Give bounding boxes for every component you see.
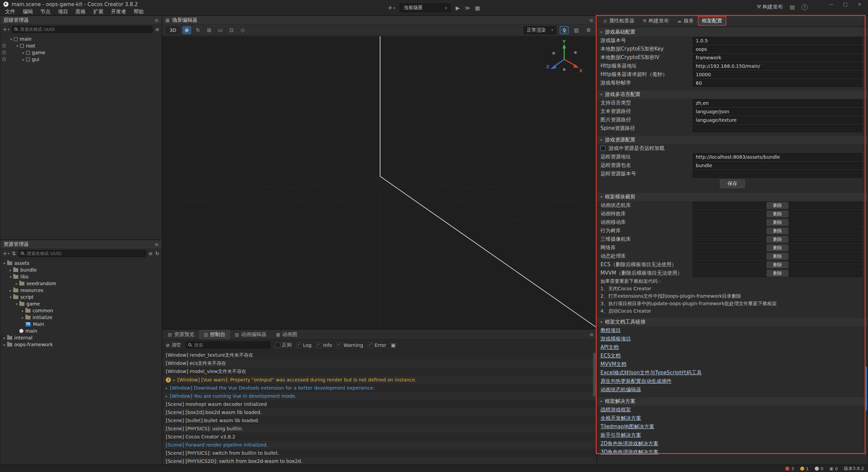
console-log-row[interactable]: ! ▸ [Window] You are running Vue in deve…	[162, 392, 596, 400]
lock-icon[interactable]	[2, 59, 5, 61]
menu-item[interactable]: 开发者	[107, 8, 130, 16]
scene-light-toggle[interactable]	[560, 26, 569, 34]
inspector-scrollbar[interactable]	[865, 367, 867, 411]
hierarchy-node-row[interactable]: gui	[0, 56, 162, 63]
gear-icon[interactable]: ⚙	[584, 26, 593, 34]
lock-icon[interactable]	[2, 45, 5, 47]
expand-arrow-icon[interactable]	[8, 295, 13, 299]
axis-gizmo[interactable]: Y X Z	[546, 40, 583, 77]
collapse-logs-icon[interactable]: ▣	[391, 342, 396, 348]
console-log-row[interactable]: ! ▸ [Scene] [PHYSICS]: using builtin.	[162, 425, 596, 433]
checkbox-icon[interactable]	[368, 342, 373, 348]
doc-link[interactable]: MVVM文档	[600, 361, 626, 368]
console-log-row[interactable]: ! ▸ [Window] render_texture文件夹不存在	[162, 351, 596, 359]
hierarchy-search-input[interactable]	[12, 26, 153, 33]
expand-arrow-icon[interactable]	[8, 275, 13, 279]
error-count[interactable]: 3	[785, 466, 794, 471]
delete-button[interactable]: 删除	[767, 270, 788, 277]
info-count[interactable]: 0	[815, 466, 823, 471]
doc-link[interactable]: 全栈开发解决方案	[600, 415, 641, 421]
close-button[interactable]: ×	[852, 0, 867, 8]
panel-menu-icon[interactable]: ≡	[589, 332, 594, 338]
build-publish-button[interactable]: ⚒构建发布	[756, 4, 783, 10]
expand-arrow-icon[interactable]	[8, 289, 13, 292]
expand-arrow-icon[interactable]: ▸	[166, 386, 167, 390]
delete-button[interactable]: 删除	[767, 202, 788, 209]
filter-icon[interactable]: ≡	[149, 251, 153, 257]
tab-services[interactable]: ☁服务	[673, 16, 698, 26]
console-log-row[interactable]: ! ▸ [Window] [Vue warn]: Property "onInp…	[162, 376, 596, 384]
rect-tool-icon[interactable]: ▭	[216, 26, 225, 34]
hierarchy-node-row[interactable]: root	[0, 42, 162, 49]
lock-icon[interactable]	[2, 52, 5, 54]
expand-arrow-icon[interactable]	[20, 316, 25, 319]
console-log-row[interactable]: ! ▸ [Scene] [bullet]:bullet wasm lib loa…	[162, 416, 596, 425]
gizmo-space-icon[interactable]: ◇	[238, 26, 247, 34]
expand-arrow-icon[interactable]	[14, 282, 19, 286]
expand-arrow-icon[interactable]	[21, 51, 26, 55]
tab-animation-graph[interactable]: ▦动画图	[271, 330, 302, 339]
menu-item[interactable]: 编辑	[19, 8, 37, 16]
console-log-row[interactable]: ! ▸ [Scene] meshopt wasm decoder initial…	[162, 400, 596, 408]
doc-link[interactable]: ECS文档	[600, 353, 620, 359]
console-log-row[interactable]: ! ▸ [Window] Download the Vue Devtools e…	[162, 384, 596, 392]
doc-link[interactable]: Excel格式转Json文件与TypeScript代码工具	[600, 370, 702, 376]
doc-link[interactable]: 原生包热更新配置自动生成插件	[600, 378, 672, 385]
expand-arrow-icon[interactable]	[14, 302, 19, 306]
scale-tool-icon[interactable]: ⊞	[205, 26, 214, 34]
console-filter[interactable]: Warning	[337, 342, 363, 348]
hierarchy-node-row[interactable]: game	[0, 49, 162, 56]
expand-arrow-icon[interactable]	[8, 37, 14, 41]
modules-button[interactable]: ▦	[475, 5, 480, 11]
section-module-trim[interactable]: ▾框架模块裁剪	[597, 192, 868, 201]
menu-item[interactable]: 帮助	[130, 8, 147, 16]
field-input[interactable]: http://192.168.0.150/main/	[693, 62, 862, 70]
delete-button[interactable]: 删除	[767, 253, 788, 260]
scene-viewport[interactable]: Y X Z	[162, 36, 596, 329]
rotate-tool-icon[interactable]: ↻	[194, 26, 202, 34]
console-search-input[interactable]	[186, 341, 271, 349]
asset-node-row[interactable]: internal	[0, 334, 162, 341]
field-input[interactable]: language/json	[693, 108, 862, 115]
console-log-row[interactable]: ! ▸ [Scene] [PHYSICS2D]: switch from box…	[162, 457, 596, 465]
maximize-button[interactable]: ▢	[838, 0, 852, 8]
doc-link[interactable]: 动画状态机编辑器	[600, 387, 641, 393]
checkbox-icon[interactable]	[600, 146, 606, 151]
gizmo-pivot-icon[interactable]: ⊡	[227, 26, 236, 34]
field-input[interactable]: 60	[693, 79, 862, 87]
delete-button[interactable]: 删除	[767, 228, 788, 234]
field-input[interactable]: 1.0.5	[693, 37, 862, 44]
checkbox-icon[interactable]	[275, 342, 280, 348]
frames-icon[interactable]: ▤	[790, 4, 795, 10]
doc-link[interactable]: 新手引导解决方案	[600, 432, 641, 438]
checkbox-icon[interactable]	[337, 342, 342, 348]
tab-build-publish[interactable]: ⚒构建发布	[638, 16, 673, 26]
panel-menu-icon[interactable]: ≡	[589, 17, 593, 23]
save-button[interactable]: 保存	[720, 179, 745, 188]
toggle-3d-button[interactable]: 3D	[166, 26, 180, 34]
assets-search-input[interactable]	[18, 250, 146, 257]
console-log-row[interactable]: ! ▸ [Scene] Forward render pipeline init…	[162, 441, 596, 449]
expand-arrow-icon[interactable]: ▸	[166, 394, 167, 398]
console-log-row[interactable]: ! ▸ [Scene] [PHYSICS]: switch from built…	[162, 449, 596, 457]
panel-menu-icon[interactable]: ≡	[154, 17, 159, 23]
console-filter[interactable]: Log	[296, 342, 312, 348]
field-input[interactable]: http://localhost:8083/assets/bundle	[693, 153, 862, 161]
menu-item[interactable]: 扩展	[90, 8, 107, 16]
preview-platform-button[interactable]: ✈▾	[388, 5, 395, 11]
doc-link[interactable]: 3D角色扮演游戏解决方案	[600, 449, 658, 455]
field-input[interactable]: language/texture	[693, 116, 862, 124]
section-solutions[interactable]: ▾框架解决方案	[597, 397, 868, 406]
asset-node-row[interactable]: common	[0, 307, 162, 314]
field-input[interactable]: zh,en	[693, 99, 862, 107]
tab-property-inspector[interactable]: ◎属性检查器	[599, 16, 638, 26]
render-mode-select[interactable]: 正常渲染 ▾	[524, 26, 556, 34]
field-input[interactable]: oops	[693, 45, 862, 53]
console-log-row[interactable]: ! ▸ [Scene] Cocos Creator v3.8.2	[162, 433, 596, 441]
delete-button[interactable]: 删除	[767, 219, 788, 226]
asset-node-row[interactable]: script	[0, 294, 162, 300]
scene-selector[interactable]: 当前场景 ▾	[400, 3, 451, 12]
doc-link[interactable]: 战棋游戏框架	[600, 407, 631, 413]
asset-node-row[interactable]: initialize	[0, 314, 162, 321]
menu-item[interactable]: 文件	[1, 8, 19, 16]
